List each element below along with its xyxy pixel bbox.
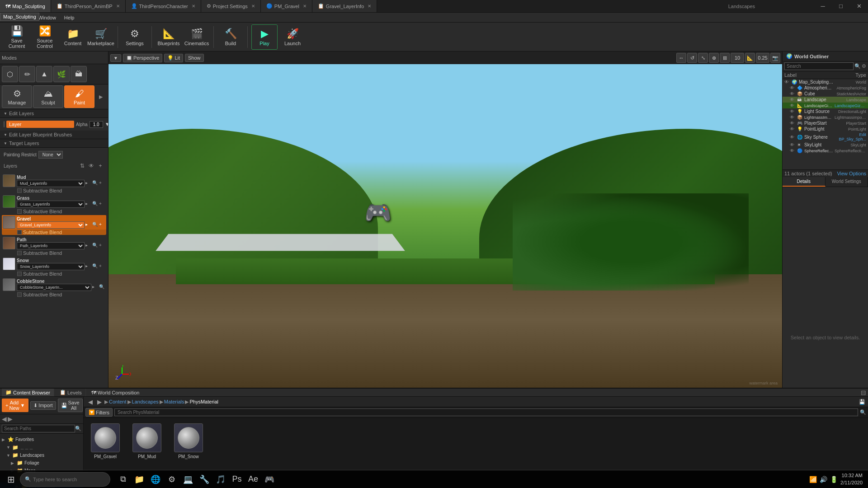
save-all-button[interactable]: 💾 Save All (58, 399, 83, 412)
outliner-item-skylight[interactable]: 👁 ☀ SkyLight SkyLight (783, 142, 868, 148)
tab-project-settings[interactable]: ⚙ Project Settings ✕ (201, 0, 261, 12)
vis-icon[interactable]: 👁 (790, 135, 796, 140)
lit-button[interactable]: 💡 Lit (164, 54, 183, 62)
add-new-button[interactable]: + Add New ▼ (2, 399, 28, 412)
sculpt-button[interactable]: ⛰ Sculpt (33, 85, 63, 108)
snow-search-btn[interactable]: 🔍 (92, 263, 99, 270)
grid-snap[interactable]: ⊞ (720, 53, 730, 63)
outliner-item-atm-fog[interactable]: 👁 🔷 Atmospheric Fog AtmosphericFog (783, 85, 868, 91)
save-current-button[interactable]: 💾 Save Current (4, 24, 30, 50)
more-options-button[interactable]: ▶ (95, 85, 106, 108)
cobble-search-btn[interactable]: 🔍 (99, 284, 105, 291)
outliner-item-gizmo[interactable]: 👁 📐 LandscapeGizmoActiveActor LandscapeG… (783, 103, 868, 108)
gravel-arrow-btn[interactable]: ▸ (85, 222, 92, 228)
tab-close-icon[interactable]: ✕ (368, 4, 371, 9)
alpha-expand-icon[interactable]: ▼ (105, 121, 108, 127)
filter-search-icon[interactable]: 🔍 (860, 409, 866, 415)
snow-layer-header[interactable]: Snow Snow_LayerInfo ▸ 🔍 + (2, 257, 106, 271)
filter-search-input[interactable] (114, 408, 858, 416)
build-button[interactable]: 🔨 Build (217, 24, 244, 50)
path-search-btn[interactable]: 🔍 (92, 243, 99, 249)
tab-close-icon[interactable]: ✕ (192, 4, 195, 9)
bottom-panel-expand-icon[interactable]: ⊟ (861, 389, 866, 396)
tool-btn-foliage[interactable]: ✏ (19, 66, 35, 82)
grass-search-btn[interactable]: 🔍 (92, 201, 99, 207)
mud-add-btn[interactable]: + (99, 180, 105, 187)
tool-btn-landscape[interactable]: ⬡ (2, 66, 18, 82)
angle-snap[interactable]: 📐 (745, 53, 755, 63)
tray-network-icon[interactable]: 📶 (809, 476, 817, 483)
edit-layers-header[interactable]: ▼ Edit Layers (0, 109, 108, 118)
taskbar-icon-file-explorer[interactable]: 📁 (132, 472, 146, 487)
blueprints-button[interactable]: 📐 Blueprints (156, 24, 182, 50)
cb-search-input[interactable] (2, 425, 75, 432)
cb-forward-button[interactable]: ▶ (8, 415, 13, 422)
tab-world-settings[interactable]: World Settings (826, 177, 868, 187)
cobble-layer-header[interactable]: CobbleStone CobbleStone_LayerIn... ▸ 🔍 (2, 277, 106, 292)
outliner-item-cube[interactable]: 👁 📦 Cube StaticMeshActor (783, 91, 868, 97)
tool-btn-geometry[interactable]: ▲ (36, 66, 52, 82)
taskbar-icon-ue4[interactable]: 🎮 (262, 472, 277, 487)
content-button[interactable]: 📁 Content (60, 24, 86, 50)
item-type-link[interactable]: Edit BP_Sky_Sph... (835, 132, 866, 141)
tab-details[interactable]: Details (783, 177, 826, 187)
vis-icon[interactable]: 👁 (790, 109, 796, 114)
layers-sort-button[interactable]: ⇅ (78, 162, 86, 170)
tab-third-person[interactable]: 👤 ThirdPersonCharacter ✕ (126, 0, 201, 12)
coordinate-system[interactable]: ⊕ (709, 53, 719, 63)
mud-layer-header[interactable]: Mud Mud_LayerInfo ▸ 🔍 + (2, 174, 106, 188)
tab-gravel-layer[interactable]: 📋 Gravel_LayerInfo ✕ (312, 0, 377, 12)
tab-pm-gravel[interactable]: 🔵 PM_Gravel ✕ (261, 0, 312, 12)
root-expand-icon[interactable]: ▼ (6, 445, 11, 450)
tray-battery-icon[interactable]: 🔋 (830, 476, 838, 483)
viewport[interactable]: ▼ 🔲 Perspective 💡 Lit Show ↔ ↺ ⤡ ⊕ ⊞ 10 … (108, 52, 782, 388)
viewport-dropdown-button[interactable]: ▼ (110, 54, 121, 62)
cb-forward-nav-button[interactable]: ▶ (95, 398, 104, 406)
outliner-item-lightmass[interactable]: 👁 📦 LightmassImportanceVolume Lightmassi… (783, 114, 868, 120)
path-materials[interactable]: Materials (164, 399, 184, 404)
scale-tool[interactable]: ⤡ (698, 53, 708, 63)
path-add-btn[interactable]: + (99, 243, 105, 249)
close-button[interactable]: ✕ (850, 0, 868, 13)
layers-add-button[interactable]: + (96, 162, 104, 170)
mud-subtractive-checkbox[interactable] (17, 188, 22, 193)
tab-close-icon[interactable]: ✕ (303, 4, 307, 9)
start-button[interactable]: ⊞ (4, 472, 18, 487)
tab-content-browser[interactable]: 📁 Content Browser (2, 389, 54, 396)
mud-layer-select[interactable]: Mud_LayerInfo (17, 180, 85, 187)
outliner-search-icon[interactable]: 🔍 (854, 63, 861, 69)
filters-button[interactable]: 🔽 Filters (85, 408, 113, 417)
outliner-item-player-start[interactable]: 👁 🎮 PlayerStart PlayerStart (783, 120, 868, 126)
snow-layer-select[interactable]: Snow_LayerInfo (17, 263, 85, 270)
cinematics-button[interactable]: 🎬 Cinematics (184, 24, 210, 50)
grass-layer-select[interactable]: Grass_LayerInfo (17, 201, 85, 208)
path-subtractive-checkbox[interactable] (17, 251, 22, 255)
tray-volume-icon[interactable]: 🔊 (820, 476, 827, 483)
layers-view-button[interactable]: 👁 (87, 162, 95, 170)
vis-icon[interactable]: 👁 (790, 85, 796, 90)
outliner-item-light[interactable]: 👁 💡 Light Source DirectionalLight (783, 108, 868, 114)
taskbar-icon-photoshop[interactable]: Ps (230, 472, 244, 487)
mud-search-btn[interactable]: 🔍 (92, 180, 99, 187)
outliner-options-icon[interactable]: ⚙ (862, 63, 866, 69)
cb-back-nav-button[interactable]: ◀ (86, 398, 94, 406)
translate-tool[interactable]: ↔ (676, 53, 686, 63)
outliner-search-input[interactable] (784, 62, 854, 70)
view-options-link[interactable]: View Options (837, 171, 866, 176)
menu-help[interactable]: Help (61, 14, 78, 21)
taskbar-clock[interactable]: 10:32 AM 2/11/2020 (840, 472, 863, 486)
tab-anim-bp[interactable]: 📋 ThirdPerson_AnimBP ✕ (51, 0, 126, 12)
grass-add-btn[interactable]: + (99, 201, 105, 207)
taskbar-icon-misc-2[interactable]: 🔧 (197, 472, 212, 487)
gravel-layer-header[interactable]: Gravel Gravel_LayerInfo ▸ 🔍 + (2, 215, 106, 230)
manage-button[interactable]: ⚙ Manage (2, 85, 32, 108)
camera-speed[interactable]: 📷 (770, 53, 780, 63)
tree-item-foliage[interactable]: ▶ 📁 Foliage (0, 459, 83, 467)
taskbar-icon-settings[interactable]: ⚙ (165, 472, 179, 487)
grass-layer-header[interactable]: Grass Grass_LayerInfo ▸ 🔍 + (2, 194, 106, 209)
gravel-subtractive-checkbox[interactable] (17, 230, 22, 235)
tab-close-icon[interactable]: ✕ (116, 4, 120, 9)
vis-icon[interactable]: 👁 (790, 142, 796, 147)
painting-restrict-select[interactable]: None (38, 151, 63, 159)
cb-back-button[interactable]: ◀ (2, 415, 7, 422)
